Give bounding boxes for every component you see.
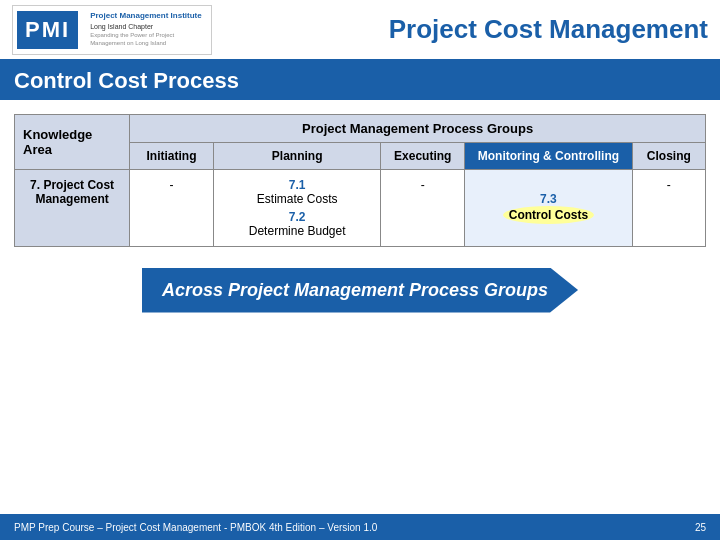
pmi-logo: PMI bbox=[17, 11, 78, 49]
footer-left-text: PMP Prep Course – Project Cost Managemen… bbox=[14, 522, 377, 533]
table-header-row-top: Knowledge Area Project Management Proces… bbox=[15, 115, 706, 143]
logo-tagline: Expanding the Power of Project Managemen… bbox=[90, 32, 207, 48]
col-executing: Executing bbox=[381, 143, 465, 170]
arrow-banner-container: Across Project Management Process Groups bbox=[14, 263, 706, 317]
cell-closing: - bbox=[632, 170, 705, 247]
area-name-text: Project Cost Management bbox=[35, 178, 114, 206]
monitoring-name: Control Costs bbox=[503, 206, 594, 224]
process-groups-header: Project Management Process Groups bbox=[130, 115, 706, 143]
row-area-label: 7. Project Cost Management bbox=[15, 170, 130, 247]
planning-item-1-num: 7.1 bbox=[289, 178, 306, 192]
footer: PMP Prep Course – Project Cost Managemen… bbox=[0, 514, 720, 540]
monitoring-content: 7.3 Control Costs bbox=[473, 192, 624, 224]
cell-executing: - bbox=[381, 170, 465, 247]
planning-item-2-num: 7.2 bbox=[289, 210, 306, 224]
col-planning: Planning bbox=[213, 143, 381, 170]
logo-area: PMI Project Management Institute Long Is… bbox=[12, 5, 212, 55]
arrow-banner-text: Across Project Management Process Groups bbox=[162, 280, 548, 301]
monitoring-num: 7.3 bbox=[540, 192, 557, 206]
cell-initiating: - bbox=[130, 170, 214, 247]
col-initiating: Initiating bbox=[130, 143, 214, 170]
footer-page-number: 25 bbox=[695, 522, 706, 533]
planning-item-1: 7.1 Estimate Costs bbox=[222, 178, 373, 206]
arrow-banner: Across Project Management Process Groups bbox=[142, 268, 578, 313]
executing-value: - bbox=[421, 178, 425, 192]
planning-item-2: 7.2 Determine Budget bbox=[222, 210, 373, 238]
col-monitoring: Monitoring & Controlling bbox=[465, 143, 633, 170]
knowledge-area-header: Knowledge Area bbox=[15, 115, 130, 170]
cell-planning: 7.1 Estimate Costs 7.2 Determine Budget bbox=[213, 170, 381, 247]
section-title: Control Cost Process bbox=[0, 62, 720, 100]
logo-chapter-name: Long Island Chapter bbox=[90, 22, 207, 31]
cell-monitoring: 7.3 Control Costs bbox=[465, 170, 633, 247]
planning-item-2-name: Determine Budget bbox=[249, 224, 346, 238]
planning-item-1-name: Estimate Costs bbox=[257, 192, 338, 206]
main-content: Knowledge Area Project Management Proces… bbox=[0, 100, 720, 325]
process-table: Knowledge Area Project Management Proces… bbox=[14, 114, 706, 247]
header: PMI Project Management Institute Long Is… bbox=[0, 0, 720, 62]
initiating-value: - bbox=[170, 178, 174, 192]
logo-org-text: Project Management Institute Long Island… bbox=[84, 11, 207, 47]
table-row: 7. Project Cost Management - 7.1 Estimat… bbox=[15, 170, 706, 247]
closing-value: - bbox=[667, 178, 671, 192]
col-closing: Closing bbox=[632, 143, 705, 170]
page-title: Project Cost Management bbox=[212, 14, 708, 45]
area-number: 7. bbox=[30, 178, 40, 192]
logo-org-name: Project Management Institute bbox=[90, 11, 207, 21]
